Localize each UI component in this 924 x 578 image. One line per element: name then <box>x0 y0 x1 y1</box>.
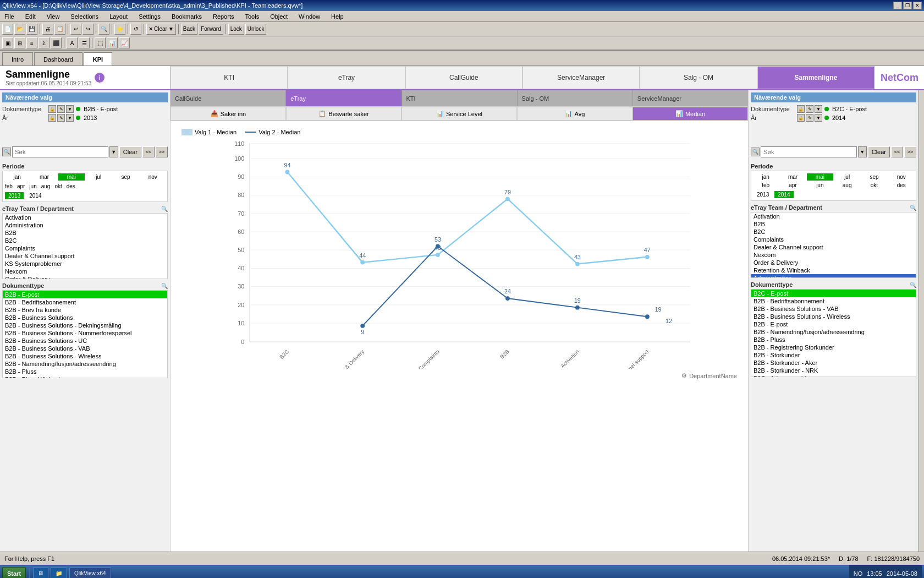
menu-selections[interactable]: Selections <box>68 13 101 20</box>
bookmark-button[interactable]: ⭐ <box>114 24 125 35</box>
right-search-dropdown[interactable]: ▼ <box>858 146 867 157</box>
left-doc-b2b-dekn[interactable]: B2B - Business Solutions - Dekningsmålin… <box>3 321 167 329</box>
right-periode-mar[interactable]: mar <box>779 173 806 181</box>
tab-kpi[interactable]: KPI <box>84 52 112 66</box>
nav-tab-etray[interactable]: eTray <box>288 66 405 89</box>
tb2-btn-9[interactable]: 📊 <box>107 37 118 48</box>
right-etray-order[interactable]: Order & Delivery <box>751 259 916 266</box>
left-prev-button[interactable]: << <box>142 146 155 157</box>
right-periode-aug[interactable]: aug <box>834 182 860 189</box>
tab-intro[interactable]: Intro <box>2 52 33 66</box>
nav-tab-sammenligne[interactable]: Sammenligne <box>757 66 875 89</box>
sub-nav-kti[interactable]: KTI <box>402 90 517 106</box>
right-etray-dealer[interactable]: Dealer & Channel support <box>751 243 916 251</box>
left-etray-b2c[interactable]: B2C <box>3 237 167 244</box>
left-etray-order[interactable]: Order & Delivery <box>3 275 167 279</box>
minimize-button[interactable]: _ <box>893 2 902 9</box>
sub-nav-salg-om[interactable]: Salg - OM <box>518 90 633 106</box>
right-doc-b2b-epost[interactable]: B2B - E-post <box>751 320 916 328</box>
left-periode-jul[interactable]: jul <box>85 173 112 181</box>
right-doc-b2b-wireless[interactable]: B2B - Business Solutions - Wireless <box>751 313 916 320</box>
left-search-field[interactable] <box>15 149 106 155</box>
right-periode-sep[interactable]: sep <box>861 173 887 181</box>
nav-tab-callguide[interactable]: CallGuide <box>405 66 522 89</box>
right-doc-b2b-stor-aker[interactable]: B2B - Storkunder - Aker <box>751 359 916 367</box>
left-periode-feb[interactable]: feb <box>4 183 14 190</box>
left-periode-sep[interactable]: sep <box>112 173 139 181</box>
forward-button[interactable]: Forward <box>199 24 223 35</box>
right-ar-lock-icon[interactable]: 🔒 <box>797 114 805 122</box>
save-button[interactable]: 💾 <box>26 24 37 35</box>
left-periode-jan[interactable]: jan <box>4 173 30 181</box>
right-periode-jan[interactable]: jan <box>752 173 779 181</box>
right-next-button[interactable]: >> <box>904 146 916 157</box>
left-periode-mar[interactable]: mar <box>31 173 57 181</box>
left-periode-jun[interactable]: jun <box>28 183 37 190</box>
left-etray-administration[interactable]: Administration <box>3 221 167 229</box>
right-doc-search-icon[interactable]: 🔍 <box>910 282 916 288</box>
right-year-2014[interactable]: 2014 <box>774 191 793 198</box>
right-periode-okt[interactable]: okt <box>861 182 887 189</box>
reload-button[interactable]: ↺ <box>130 24 141 35</box>
tb2-btn-1[interactable]: ▣ <box>2 37 13 48</box>
sub-nav-servicemanager[interactable]: ServiceManager <box>633 90 748 106</box>
left-doc-search-icon[interactable]: 🔍 <box>161 283 168 289</box>
right-periode-jul[interactable]: jul <box>834 173 860 181</box>
right-ar-dropdown[interactable]: ▼ <box>815 114 822 122</box>
search-button[interactable]: 🔍 <box>98 24 109 35</box>
right-dokumenttype-list[interactable]: B2C - E-post B2B - Bedriftsabonnement B2… <box>751 289 916 377</box>
menu-reports[interactable]: Reports <box>211 13 237 20</box>
menu-settings[interactable]: Settings <box>136 13 163 20</box>
nav-tab-servicemanager[interactable]: ServiceManager <box>522 66 640 89</box>
copy-button[interactable]: 📋 <box>54 24 65 35</box>
right-doc-b2b-reg[interactable]: B2B - Registrering Storkunder <box>751 343 916 351</box>
left-etray-complaints[interactable]: Complaints <box>3 244 167 252</box>
tb2-btn-2[interactable]: ⊞ <box>14 37 25 48</box>
sub-nav-callguide[interactable]: CallGuide <box>170 90 286 106</box>
tb2-btn-7[interactable]: ☰ <box>79 37 90 48</box>
metric-tab-besvarte[interactable]: 📋 Besvarte saker <box>286 107 402 121</box>
left-etray-nexcom[interactable]: Nexcom <box>3 268 167 275</box>
left-doc-lock-icon[interactable]: 🔒 <box>48 105 56 113</box>
right-search-input-wrapper[interactable] <box>761 146 857 157</box>
right-periode-des[interactable]: des <box>888 182 915 189</box>
lock-button[interactable]: Lock <box>228 24 244 35</box>
print-button[interactable]: 🖨 <box>42 24 53 35</box>
left-doc-b2b-pluss[interactable]: B2B - Pluss <box>3 368 167 375</box>
right-doc-b2c-epost[interactable]: B2C - E-post <box>751 290 916 297</box>
left-etray-b2b[interactable]: B2B <box>3 229 167 237</box>
tb2-btn-10[interactable]: 📈 <box>119 37 130 48</box>
right-etray-administration[interactable]: Administration <box>751 274 916 278</box>
right-etray-b2c[interactable]: B2C <box>751 228 916 236</box>
right-doc-b2b-stor-nrk[interactable]: B2B - Storkunder - NRK <box>751 367 916 374</box>
left-doc-b2b-pluss-win[interactable]: B2B - Pluss Winback <box>3 375 167 378</box>
right-periode-jun[interactable]: jun <box>807 182 833 189</box>
right-doc-b2b-bed[interactable]: B2B - Bedriftsabonnement <box>751 297 916 305</box>
tb2-btn-3[interactable]: ≡ <box>26 37 37 48</box>
taskbar-item-2[interactable]: 📁 <box>51 568 67 579</box>
left-doc-b2b-num[interactable]: B2B - Business Solutions - Nummerforespø… <box>3 329 167 337</box>
menu-bookmarks[interactable]: Bookmarks <box>169 13 204 20</box>
left-doc-b2b-brev[interactable]: B2B - Brev fra kunde <box>3 306 167 314</box>
right-ar-edit-icon[interactable]: ✎ <box>806 114 813 122</box>
left-ar-edit-icon[interactable]: ✎ <box>57 114 65 122</box>
undo-button[interactable]: ↩ <box>70 24 81 35</box>
left-doc-b2b-vab[interactable]: B2B - Business Solutions - VAB <box>3 345 167 352</box>
right-doc-edit-icon[interactable]: ✎ <box>806 105 813 113</box>
menu-object[interactable]: Object <box>268 13 290 20</box>
left-periode-nov[interactable]: nov <box>140 173 166 181</box>
right-search-field[interactable] <box>763 149 854 155</box>
menu-view[interactable]: View <box>45 13 62 20</box>
left-periode-apr[interactable]: apr <box>16 183 26 190</box>
right-doc-lock-icon[interactable]: 🔒 <box>797 105 805 113</box>
right-doc-b2b-vab[interactable]: B2B - Business Solutions - VAB <box>751 305 916 313</box>
info-button[interactable]: i <box>95 73 105 83</box>
right-doc-dropdown[interactable]: ▼ <box>815 105 822 113</box>
right-etray-list[interactable]: Activation B2B B2C Complaints Dealer & C… <box>751 212 916 278</box>
right-periode-apr[interactable]: apr <box>779 182 806 189</box>
menu-edit[interactable]: Edit <box>23 13 38 20</box>
main-scrollbar[interactable] <box>919 90 924 552</box>
right-doc-b2b-pluss[interactable]: B2B - Pluss <box>751 336 916 343</box>
right-etray-b2b[interactable]: B2B <box>751 220 916 228</box>
right-etray-nexcom[interactable]: Nexcom <box>751 251 916 259</box>
